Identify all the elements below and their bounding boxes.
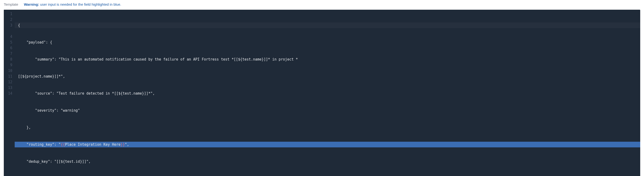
line-number: 13	[7, 85, 12, 90]
line-number: 7	[7, 51, 12, 56]
code-content[interactable]: { "payload": { "summary": "This is an au…	[15, 10, 640, 176]
warning-text: user input is needed for the field highl…	[39, 2, 121, 6]
line-number: 2	[7, 17, 12, 22]
line-number: 5	[7, 40, 12, 45]
line-number: 6	[7, 45, 12, 51]
line-number: 10	[7, 68, 12, 74]
placeholder-close-braces: }}	[121, 142, 125, 147]
warning-label: Warning:	[24, 2, 39, 6]
line-number: 12	[7, 79, 12, 85]
code-line[interactable]: },	[15, 125, 640, 130]
highlighted-code-line[interactable]: "routing_key": "{{Place Integration Key …	[15, 142, 640, 148]
header-bar: Template Warning: user input is needed f…	[0, 0, 644, 9]
warning-message: Warning: user input is needed for the fi…	[24, 2, 121, 6]
placeholder-open-braces: {{	[61, 142, 65, 147]
code-editor[interactable]: 1 2 3 4 5 6 7 8 9 10 11 12 13 14 { "payl…	[4, 10, 640, 176]
code-text: ",	[125, 142, 129, 147]
line-number: 14	[7, 90, 12, 96]
code-line[interactable]: "severity": "warning"	[15, 108, 640, 113]
line-number: 8	[7, 56, 12, 62]
code-line[interactable]: {	[15, 22, 640, 28]
code-line-wrap[interactable]: [[${project.name}]]*",	[15, 74, 640, 79]
code-text: "routing_key": "	[18, 142, 61, 147]
line-number: 3	[7, 22, 12, 28]
line-number	[7, 28, 12, 34]
line-number: 9	[7, 62, 12, 68]
line-number-gutter: 1 2 3 4 5 6 7 8 9 10 11 12 13 14	[4, 10, 15, 176]
line-number: 1	[7, 11, 12, 17]
placeholder-text: Place Integration Key Here	[65, 142, 121, 147]
template-label: Template	[4, 2, 18, 6]
code-line[interactable]: "summary": "This is an automated notific…	[15, 56, 640, 62]
code-line[interactable]: "payload": {	[15, 40, 640, 45]
line-number: 4	[7, 34, 12, 40]
code-line[interactable]: "source": "Test failure detected in *[[$…	[15, 90, 640, 96]
line-number: 11	[7, 74, 12, 79]
code-line[interactable]: "dedup_key": "[[${test.id}]]",	[15, 159, 640, 164]
